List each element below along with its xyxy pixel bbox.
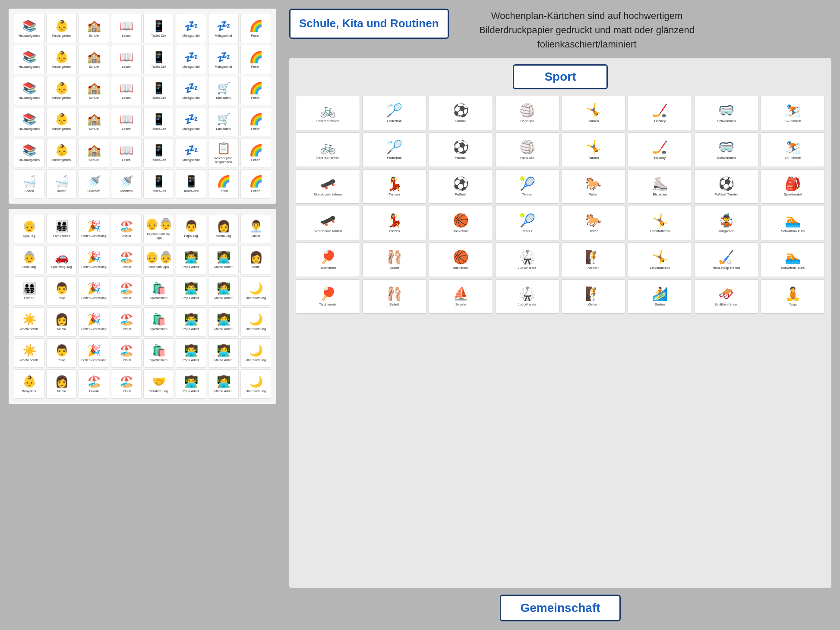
icon-emoji: 🛁 (22, 175, 36, 188)
icon-label: Urlaub (121, 296, 131, 300)
icon-emoji: ☀️ (22, 344, 36, 357)
icon-emoji: 🌈 (217, 175, 231, 188)
icon-card: 🤸Turnen (562, 132, 626, 167)
icon-emoji: 🥽 (718, 103, 734, 118)
icon-emoji: 🤝 (152, 375, 166, 388)
icon-card: 🛁Baden (14, 169, 44, 198)
icon-label: Fußball Turnier (715, 192, 738, 197)
icon-card: 📱Tablet-Zeit (143, 45, 174, 74)
icon-card: 🏫Schule (79, 138, 109, 167)
icon-label: Übernachtung (246, 327, 266, 331)
icon-label: Urlaub (121, 389, 131, 393)
icon-card: 👩‍💻Mama Arbeit (208, 338, 239, 368)
icon-card: ⚽Fußball (429, 132, 493, 167)
icon-card: ⛷️Ski- fahren (761, 132, 825, 167)
icon-card: 👩‍💻Mama Arbeit (208, 245, 239, 274)
icon-card: 🏸Federball (362, 96, 426, 130)
icon-emoji: 📱 (152, 50, 166, 64)
icon-card: 📱Tablet-Zeit (143, 169, 174, 198)
icon-card: 🧗Klettern (562, 279, 626, 314)
top-right-area: Schule, Kita und Routinen Wochenplan-Kär… (289, 9, 831, 51)
icon-label: Jonglieren (718, 229, 734, 233)
icon-card: 🤸Turnen (562, 96, 626, 130)
icon-label: Mama (57, 327, 66, 331)
icon-emoji: 👩‍💻 (217, 375, 231, 388)
icon-label: Ballett (389, 302, 399, 307)
icon-emoji: 🏊 (785, 213, 801, 228)
icon-label: Hausaufgaben (19, 96, 40, 100)
icon-label: Mama Arbeit (214, 265, 232, 269)
icon-card: ⚽Fußball (429, 96, 493, 130)
icon-emoji: 👶 (55, 144, 69, 157)
icon-emoji: ⚽ (453, 103, 469, 118)
icon-card: 🎉Ferien-Betreuung (79, 214, 109, 243)
icon-emoji: 📖 (120, 19, 133, 33)
icon-label: Schule (89, 96, 99, 100)
icon-emoji: ⛷️ (785, 139, 801, 155)
icon-emoji: 🎉 (87, 282, 101, 295)
icon-card: 🚿Duschen (111, 169, 142, 198)
icon-label: Surfen (655, 302, 665, 307)
icon-emoji: 🛹 (320, 176, 336, 192)
icon-label: Mittagschlaf (182, 158, 199, 162)
icon-emoji: 👶 (55, 82, 69, 95)
icon-card: 👴👵Oma und Opa (143, 245, 174, 274)
icon-label: Duschen (88, 189, 101, 193)
icon-card: 🏖️Urlaub (111, 214, 142, 243)
icon-label: Spielbesuch (150, 327, 167, 331)
icon-label: Reiten (588, 192, 598, 197)
icon-card: 👩Mama-Tag (208, 214, 239, 243)
icon-card: ⚽Fußball Turnier (694, 169, 758, 204)
icon-label: Spielbesuch (150, 296, 167, 300)
icon-emoji: 🎒 (785, 176, 801, 192)
icon-card: 🚲Fahrrad fahren (296, 96, 360, 130)
icon-label: Ferien (219, 189, 228, 193)
icon-emoji: 🚿 (87, 175, 101, 188)
icon-card: 🏫Schule (79, 45, 109, 74)
icon-label: Federball (387, 156, 401, 160)
icon-emoji: 🛷 (718, 286, 734, 302)
icon-label: Schule (89, 65, 99, 69)
icon-emoji: 🛒 (217, 82, 231, 95)
icon-label: Ferien (251, 127, 260, 131)
icon-label: Hula-Hoop Reifen (713, 266, 740, 270)
icon-emoji: 👶 (22, 375, 36, 388)
icon-label: Kindergarten (52, 127, 71, 131)
icon-emoji: 👩‍💻 (217, 344, 231, 357)
icon-label: Urlaub (121, 327, 131, 331)
icon-card: 🎾Tennis (495, 169, 559, 204)
icon-label: Ferien (251, 158, 260, 162)
icon-emoji: 🥋 (519, 286, 535, 302)
sport-badge: Sport (513, 64, 608, 89)
icon-card: 🏖️Urlaub (111, 307, 142, 337)
icon-emoji: 🏸 (386, 103, 402, 118)
icon-label: Tablet-Zeit (151, 34, 166, 38)
icon-card: ⛸️Eislaufen (628, 169, 692, 204)
icon-emoji: 🏫 (87, 82, 101, 95)
icon-card: 🌈Ferien (240, 107, 271, 136)
icon-emoji: 👩 (55, 313, 69, 326)
icon-card: 🐎Reiten (562, 206, 626, 240)
icon-emoji: 👶 (55, 113, 69, 126)
icon-card: 👩Mama (46, 307, 77, 337)
icon-emoji: 🌈 (249, 113, 263, 126)
icon-emoji: 👴 (22, 220, 36, 233)
icon-emoji: 🌙 (249, 375, 263, 388)
icon-emoji: 📖 (120, 82, 133, 95)
icon-label: Yoga (789, 302, 797, 307)
icon-label: Mittagschlaf (182, 127, 199, 131)
icon-card: 👵Oma-Tag (14, 245, 44, 274)
icon-label: Spielbesuch (150, 358, 167, 362)
icon-card: 🏒Hockey (628, 132, 692, 167)
icon-card: 📋Wochenplan besprechen (208, 138, 239, 167)
icon-label: Urlaub (89, 389, 98, 393)
icon-emoji: 👨‍💼 (249, 220, 263, 233)
icon-card: 🌙Übernachtung (240, 338, 271, 368)
icon-card: 📖Lesen (111, 14, 142, 43)
icon-card: 🌙Übernachtung (240, 276, 271, 306)
icon-card: 💤Mittagschlaf (208, 14, 239, 43)
icon-emoji: ⛵ (453, 286, 469, 302)
icon-label: Schlitten fahren (714, 302, 739, 307)
icon-label: Übernachtung (246, 389, 266, 393)
icon-label: Wochenende (19, 327, 38, 331)
